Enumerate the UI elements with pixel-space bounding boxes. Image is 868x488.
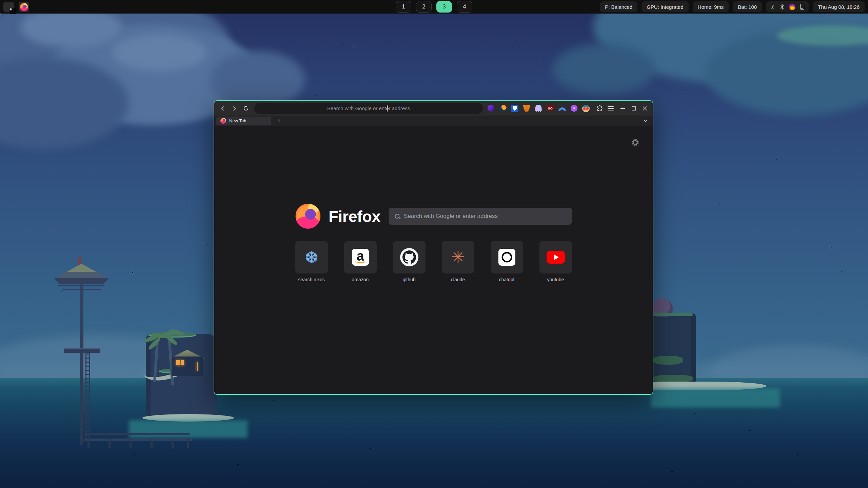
tower-platform bbox=[64, 348, 100, 353]
forward-button[interactable] bbox=[229, 103, 239, 114]
search-icon bbox=[395, 214, 399, 219]
shortcut-amazon[interactable]: a amazon bbox=[344, 241, 377, 282]
ghostery-ghost-icon bbox=[535, 105, 542, 112]
workspace-4[interactable]: 4 bbox=[457, 1, 472, 13]
cloud bbox=[210, 51, 305, 108]
avatar-goggles-icon bbox=[582, 105, 590, 112]
pier-post bbox=[87, 439, 90, 448]
personalize-settings-button[interactable] bbox=[631, 139, 639, 148]
firefox-logo bbox=[295, 204, 320, 229]
chevron-down-icon bbox=[643, 119, 648, 122]
pier-post bbox=[108, 439, 111, 448]
newtab-search-input[interactable]: Search with Google or enter address bbox=[389, 208, 572, 225]
battery-status: Bat: 100 bbox=[733, 1, 762, 12]
vpn-arc-icon bbox=[558, 107, 566, 111]
cliff-vegetation bbox=[653, 375, 693, 382]
tower-roof bbox=[54, 264, 108, 284]
shortcut-youtube[interactable]: youtube bbox=[539, 241, 572, 282]
water-sparkles bbox=[0, 14, 1, 14]
tower-roof-rib bbox=[62, 289, 101, 290]
window-controls bbox=[620, 106, 647, 111]
shortcut-search-nixos[interactable]: ❆ search.nixos bbox=[295, 241, 328, 282]
pier-post bbox=[187, 439, 189, 448]
tower-pole bbox=[80, 271, 83, 445]
cloud bbox=[112, 34, 207, 71]
shallow-water bbox=[129, 420, 248, 438]
pier-railing bbox=[85, 433, 190, 435]
maximize-button[interactable] bbox=[632, 106, 636, 110]
list-all-tabs-button[interactable] bbox=[643, 119, 648, 122]
bitwarden-icon bbox=[511, 105, 518, 112]
app-launcher-button[interactable] bbox=[3, 2, 14, 12]
tab-title: New Tab bbox=[229, 118, 246, 123]
puzzle-piece-icon bbox=[595, 105, 603, 112]
workspace-3-active[interactable]: 3 bbox=[436, 1, 452, 13]
shortcut-label: claude bbox=[451, 277, 465, 282]
cliff-vegetation bbox=[653, 356, 683, 365]
new-tab-button[interactable]: + bbox=[275, 117, 283, 125]
pier-post bbox=[151, 439, 153, 448]
github-octocat-icon bbox=[400, 248, 418, 266]
extension-buttons: UO ✳ bbox=[487, 104, 590, 113]
new-tab-page: Firefox Search with Google or enter addr… bbox=[214, 126, 653, 394]
tower-finial bbox=[78, 256, 81, 265]
bluetooth-icon[interactable] bbox=[780, 4, 784, 10]
shortcut-label: search.nixos bbox=[298, 277, 325, 282]
shortcut-claude[interactable]: ✳ claude bbox=[442, 241, 474, 282]
forward-icon bbox=[232, 106, 237, 111]
minimize-button[interactable] bbox=[620, 108, 625, 109]
shortcut-label: youtube bbox=[547, 277, 564, 282]
reload-button[interactable] bbox=[241, 103, 251, 114]
purple-gem-icon bbox=[488, 105, 495, 112]
purple-hexagon-icon: ✳ bbox=[570, 105, 578, 112]
scissors-icon[interactable]: ✂ bbox=[770, 4, 776, 9]
flame-badge-icon[interactable] bbox=[789, 4, 795, 10]
extension-metamask-button[interactable] bbox=[522, 104, 531, 113]
pier-post bbox=[172, 439, 174, 448]
text-caret bbox=[387, 105, 388, 111]
right-cliff bbox=[653, 313, 696, 384]
firefox-window: Search with Google or enter address UO ✳ bbox=[214, 100, 653, 395]
firefox-icon bbox=[20, 3, 28, 11]
shortcut-chatgpt[interactable]: chatgpt bbox=[491, 241, 523, 282]
shortcut-tiles: ❆ search.nixos a amazon github ✳ claude bbox=[295, 241, 572, 282]
hut-lit-window bbox=[181, 360, 184, 365]
gpu-status: GPU: Integrated bbox=[642, 1, 688, 12]
back-button[interactable] bbox=[218, 103, 228, 114]
back-icon bbox=[220, 106, 225, 111]
close-button[interactable] bbox=[643, 106, 647, 111]
extension-ghostery-button[interactable] bbox=[534, 104, 542, 113]
extensions-menu-button[interactable] bbox=[594, 103, 604, 114]
extension-ublock-button[interactable]: UO bbox=[546, 104, 554, 113]
reload-icon bbox=[243, 105, 249, 111]
hut-lit-window bbox=[176, 360, 180, 365]
right-cliff-ledge bbox=[653, 313, 693, 316]
firefox-launcher-button[interactable] bbox=[19, 2, 29, 12]
workspace-2[interactable]: 2 bbox=[416, 1, 432, 13]
extension-avatar-button[interactable] bbox=[582, 104, 590, 113]
workspace-switcher: 1 2 3 4 bbox=[396, 1, 472, 13]
app-menu-button[interactable] bbox=[606, 103, 616, 114]
tower-ladder bbox=[85, 353, 90, 439]
extension-purple-gem-button[interactable] bbox=[487, 104, 495, 113]
browser-toolbar: Search with Google or enter address UO ✳ bbox=[214, 101, 653, 116]
shortcut-github[interactable]: github bbox=[393, 241, 426, 282]
ublock-shield-icon: UO bbox=[547, 105, 554, 112]
workspace-1[interactable]: 1 bbox=[396, 1, 411, 13]
hamburger-menu-icon bbox=[608, 106, 614, 111]
extension-vpn-button[interactable] bbox=[558, 104, 566, 113]
address-bar-placeholder: Search with Google or enter address bbox=[327, 105, 410, 111]
extension-hexagon-button[interactable]: ✳ bbox=[570, 104, 578, 113]
newtab-search-placeholder: Search with Google or enter address bbox=[404, 213, 498, 220]
extension-dark-reader-button[interactable] bbox=[499, 104, 507, 113]
claude-starburst-icon: ✳ bbox=[451, 249, 465, 265]
extension-bitwarden-button[interactable] bbox=[511, 104, 519, 113]
tab-new-tab[interactable]: New Tab bbox=[216, 117, 271, 125]
amazon-icon: a bbox=[352, 249, 369, 266]
nixos-snowflake-icon: ❆ bbox=[305, 249, 318, 265]
dark-reader-icon bbox=[499, 105, 507, 112]
shallow-water bbox=[651, 388, 780, 407]
pier-post bbox=[130, 439, 132, 448]
phone-icon[interactable] bbox=[800, 4, 804, 10]
address-bar[interactable]: Search with Google or enter address bbox=[254, 103, 483, 114]
